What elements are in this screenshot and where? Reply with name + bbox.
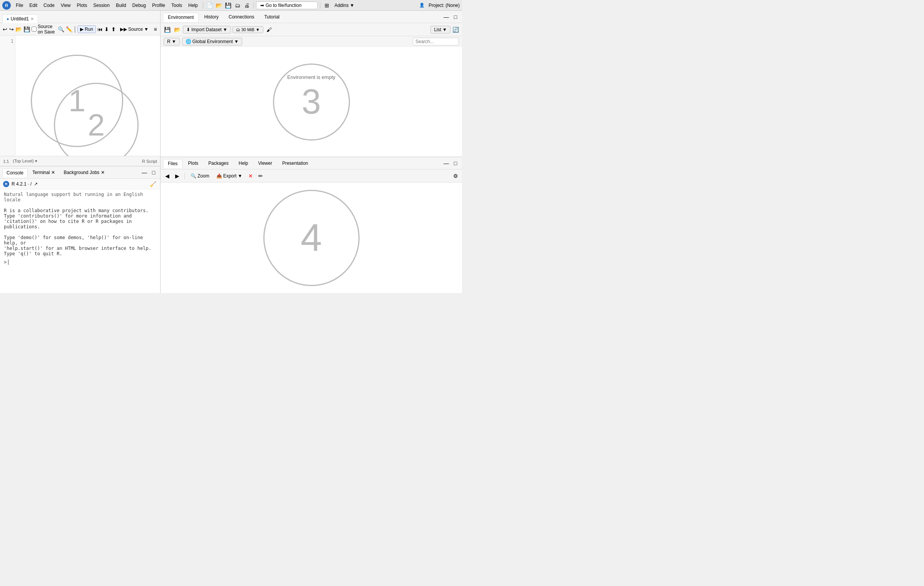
run-down-icon[interactable]: ⬇ xyxy=(104,25,109,33)
open-file-icon[interactable]: 📂 xyxy=(215,1,223,10)
save-all-icon[interactable]: 🗂 xyxy=(233,1,242,10)
brush-icon[interactable]: 🖌 xyxy=(265,25,273,34)
level-indicator[interactable]: (Top Level) ▾ xyxy=(13,159,37,164)
console-line-9: Type 'q()' to quit R. xyxy=(4,251,156,256)
tab-presentation[interactable]: Presentation xyxy=(278,159,313,167)
console-toolbar: R R 4.2.1 · / ↗ 🧹 xyxy=(0,179,160,189)
tab-plots[interactable]: Plots xyxy=(183,159,203,167)
script-type[interactable]: R Script xyxy=(142,159,157,164)
table-icon[interactable]: ⊞ xyxy=(323,1,331,10)
code-editor[interactable] xyxy=(15,35,160,156)
files-right-btn: ⚙ xyxy=(451,172,460,180)
import-dataset-btn[interactable]: ⬇ Import Dataset ▼ xyxy=(183,26,231,33)
terminal-close[interactable]: ✕ xyxy=(51,170,55,175)
editor-tab-close[interactable]: ✕ xyxy=(30,17,34,22)
search-env-input[interactable] xyxy=(413,38,459,45)
cursor-position: 1:1 xyxy=(3,159,9,164)
go-to-arrow-icon: ➡ xyxy=(260,3,264,8)
clear-console-icon[interactable]: 🧹 xyxy=(149,180,157,188)
tab-environment[interactable]: Environment xyxy=(163,13,199,22)
delete-plot-icon[interactable]: ✕ xyxy=(246,172,255,180)
menu-edit[interactable]: Edit xyxy=(27,2,40,9)
forward-icon[interactable]: ▶ xyxy=(173,172,181,180)
export-icon: 📤 xyxy=(216,173,222,179)
r-dropdown[interactable]: R ▼ xyxy=(164,38,180,45)
menu-profile[interactable]: Profile xyxy=(149,2,168,9)
tab-background-jobs[interactable]: Background Jobs ✕ xyxy=(60,168,109,177)
r-dropdown-arrow: ▼ xyxy=(172,39,176,44)
minimize-env-icon[interactable]: — xyxy=(442,13,450,21)
refresh-icon[interactable]: 🔄 xyxy=(451,25,460,34)
menu-file[interactable]: File xyxy=(13,2,26,9)
mem-icon: 🗂 xyxy=(236,27,240,32)
tab-tutorial[interactable]: Tutorial xyxy=(259,13,284,21)
tab-terminal[interactable]: Terminal ✕ xyxy=(28,168,59,177)
addins-btn[interactable]: Addins ▼ xyxy=(332,2,357,9)
maximize-env-icon[interactable]: □ xyxy=(451,13,460,21)
menu-view[interactable]: View xyxy=(58,2,74,9)
back-icon[interactable]: ◀ xyxy=(163,172,171,180)
tab-history[interactable]: History xyxy=(199,13,223,21)
menu-tools[interactable]: Tools xyxy=(169,2,185,9)
source-btn[interactable]: ▶▶ Source ▼ xyxy=(117,25,151,33)
console-line-2 xyxy=(4,203,156,208)
global-env-dropdown[interactable]: 🌐 Global Environment ▼ xyxy=(182,38,242,45)
run-up-icon[interactable]: ⬆ xyxy=(111,25,116,33)
edit-icon[interactable]: ✏️ xyxy=(66,25,72,33)
zoom-btn[interactable]: 🔍 Zoom xyxy=(188,172,212,180)
navigate-icon[interactable]: ↗ xyxy=(34,181,38,187)
menu-help[interactable]: Help xyxy=(186,2,201,9)
list-btn[interactable]: List ▼ xyxy=(430,26,450,33)
export-btn[interactable]: 📤 Export ▼ xyxy=(214,172,245,180)
print-icon[interactable]: 🖨 xyxy=(243,1,251,10)
editor-tab-untitled1[interactable]: ● Untitled1 ✕ xyxy=(2,14,38,23)
tab-files[interactable]: Files xyxy=(163,159,182,168)
more-icon[interactable]: ≡ xyxy=(153,25,158,33)
editor-status-bar: 1:1 (Top Level) ▾ R Script xyxy=(0,156,160,166)
run-back-icon[interactable]: ⏮ xyxy=(97,25,103,33)
menu-debug[interactable]: Debug xyxy=(130,2,149,9)
addins-arrow: ▼ xyxy=(350,3,354,8)
global-env-icon: 🌐 xyxy=(186,39,191,44)
tab-connections[interactable]: Connections xyxy=(224,13,259,21)
maximize-console-icon[interactable]: □ xyxy=(149,168,158,177)
search-icon[interactable]: 🔍 xyxy=(58,25,64,33)
source-label: Source xyxy=(128,27,143,32)
run-btn[interactable]: ▶ Run xyxy=(77,25,96,33)
bgjobs-close[interactable]: ✕ xyxy=(101,170,105,175)
tab-help[interactable]: Help xyxy=(234,159,253,167)
menu-session[interactable]: Session xyxy=(90,2,112,9)
minimize-console-icon[interactable]: — xyxy=(140,168,149,177)
source-dropdown-icon[interactable]: ▼ xyxy=(144,27,149,32)
new-file-icon[interactable]: 📄 xyxy=(206,1,214,10)
source-on-save-checkbox[interactable] xyxy=(32,27,37,32)
run-arrow-icon: ▶ xyxy=(80,27,84,32)
menu-code[interactable]: Code xyxy=(41,2,57,9)
tab-packages[interactable]: Packages xyxy=(204,159,233,167)
source-on-save-label[interactable]: Source on Save xyxy=(32,24,55,35)
maximize-files-icon[interactable]: □ xyxy=(451,159,460,167)
go-to-input[interactable]: ➡ Go to file/function xyxy=(256,2,318,9)
left-pane: ● Untitled1 ✕ ↩ ↪ 📂 💾 Source on Save 🔍 ✏… xyxy=(0,11,161,293)
settings-icon[interactable]: ⚙ xyxy=(451,172,460,180)
menu-plots[interactable]: Plots xyxy=(74,2,90,9)
tab-console[interactable]: Console xyxy=(2,168,28,177)
save-icon[interactable]: 💾 xyxy=(224,1,233,10)
open-file-icon2[interactable]: 📂 xyxy=(15,25,22,33)
console-section: Console Terminal ✕ Background Jobs ✕ — □… xyxy=(0,166,160,293)
console-line-7: Type 'demo()' for some demos, 'help()' f… xyxy=(4,235,156,246)
minimize-files-icon[interactable]: — xyxy=(442,159,450,167)
import-label: Import Dataset xyxy=(191,27,222,32)
menu-build[interactable]: Build xyxy=(113,2,129,9)
circle-4-overlay: 4 xyxy=(263,190,360,286)
save-file-icon[interactable]: 💾 xyxy=(23,25,30,33)
redo-icon[interactable]: ↪ xyxy=(9,25,14,33)
tab-viewer[interactable]: Viewer xyxy=(253,159,276,167)
env-save-icon[interactable]: 💾 xyxy=(163,25,171,34)
env-content: Environment is empty 3 xyxy=(161,47,462,157)
undo-icon[interactable]: ↩ xyxy=(2,25,7,33)
env-open-icon[interactable]: 📂 xyxy=(173,25,181,34)
toolbar-sep2 xyxy=(253,2,254,8)
editor-section: ● Untitled1 ✕ ↩ ↪ 📂 💾 Source on Save 🔍 ✏… xyxy=(0,11,160,166)
edit-plot-icon[interactable]: ✏ xyxy=(256,172,265,180)
